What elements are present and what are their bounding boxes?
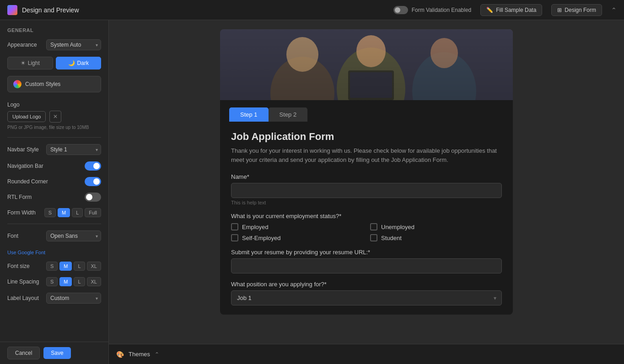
step-1-button[interactable]: Step 1 bbox=[229, 107, 269, 122]
form-title: Job Application Form bbox=[231, 131, 502, 143]
unemployed-label: Unemployed bbox=[381, 224, 414, 230]
form-width-l[interactable]: L bbox=[72, 208, 83, 217]
line-spacing-l[interactable]: L bbox=[74, 277, 85, 286]
form-width-full[interactable]: Full bbox=[85, 208, 101, 217]
form-steps: Step 1 Step 2 bbox=[220, 100, 513, 122]
logo-hint: PNG or JPG image, file size up to 10MB bbox=[7, 125, 101, 130]
rounded-corner-toggle[interactable] bbox=[85, 177, 101, 186]
topbar-actions: Form Validation Enabled ✏️ Fill Sample D… bbox=[393, 4, 617, 16]
form-validation-label: Form Validation Enabled bbox=[412, 7, 472, 13]
employment-option-employed: Employed bbox=[231, 223, 363, 230]
themes-chevron-icon[interactable]: ⌃ bbox=[155, 351, 159, 358]
employment-option-self-employed: Self-Employed bbox=[231, 234, 363, 241]
employment-section: What is your current employment status?*… bbox=[231, 213, 502, 241]
rtl-form-label: RTL Form bbox=[7, 194, 32, 200]
sidebar-footer: Cancel Save bbox=[0, 342, 108, 364]
themes-label[interactable]: Themes bbox=[129, 351, 150, 358]
student-label: Student bbox=[381, 235, 402, 241]
save-button[interactable]: Save bbox=[43, 347, 70, 359]
student-checkbox[interactable] bbox=[370, 234, 377, 241]
line-spacing-buttons: S M L XL bbox=[46, 277, 101, 286]
form-width-s[interactable]: S bbox=[44, 208, 56, 217]
upload-logo-button[interactable]: Upload Logo bbox=[7, 111, 46, 122]
dark-theme-button[interactable]: 🌙 Dark bbox=[56, 57, 102, 70]
unemployed-checkbox[interactable] bbox=[370, 223, 377, 230]
logo-label: Logo bbox=[7, 102, 20, 108]
themes-icon: 🎨 bbox=[116, 351, 124, 358]
custom-styles-icon bbox=[13, 80, 22, 88]
position-select[interactable]: Job 1 Job 2 Job 3 bbox=[231, 290, 502, 305]
main-layout: General Appearance System Auto Light Dar… bbox=[0, 20, 624, 364]
remove-logo-button[interactable]: ✕ bbox=[49, 111, 61, 123]
light-theme-button[interactable]: ☀ Light bbox=[7, 57, 53, 70]
logo-row: Logo bbox=[7, 102, 101, 108]
font-size-m[interactable]: M bbox=[59, 262, 72, 271]
resume-url-input[interactable] bbox=[231, 258, 502, 273]
resume-field-label: Submit your resume by providing your res… bbox=[231, 249, 502, 256]
navigation-bar-toggle[interactable] bbox=[85, 161, 101, 171]
position-dropdown-wrap: Job 1 Job 2 Job 3 bbox=[231, 290, 502, 305]
label-layout-select[interactable]: Custom Top Left bbox=[46, 293, 101, 304]
navbar-style-label: Navbar Style bbox=[7, 146, 39, 153]
rounded-corner-label: Rounded Corner bbox=[7, 178, 48, 185]
font-size-s[interactable]: S bbox=[46, 262, 58, 271]
employed-checkbox[interactable] bbox=[231, 223, 238, 230]
employment-options-grid: Employed Unemployed Self-Employed bbox=[231, 223, 502, 241]
step-2-button[interactable]: Step 2 bbox=[269, 107, 308, 122]
theme-buttons: ☀ Light 🌙 Dark bbox=[7, 57, 101, 70]
sun-icon: ☀ bbox=[21, 60, 26, 66]
topbar: Design and Preview Form Validation Enabl… bbox=[0, 0, 624, 20]
custom-styles-button[interactable]: Custom Styles bbox=[7, 76, 101, 92]
employment-option-unemployed: Unemployed bbox=[370, 223, 502, 230]
divider-1 bbox=[7, 137, 101, 138]
position-field-label: What position are you applying for?* bbox=[231, 281, 502, 288]
line-spacing-m[interactable]: M bbox=[59, 277, 72, 286]
navbar-style-row: Navbar Style Style 1 Style 2 bbox=[7, 144, 101, 155]
appearance-row: Appearance System Auto Light Dark bbox=[7, 39, 101, 50]
app-logo bbox=[7, 5, 17, 15]
form-validation-toggle-group: Form Validation Enabled bbox=[393, 6, 472, 14]
use-google-font-link[interactable]: Use Google Font bbox=[7, 250, 45, 255]
layout-icon: ⊞ bbox=[557, 7, 562, 13]
cancel-button[interactable]: Cancel bbox=[7, 347, 40, 359]
font-select[interactable]: Open Sans Roboto Arial bbox=[46, 230, 101, 241]
design-form-button[interactable]: ⊞ Design Form bbox=[551, 4, 602, 16]
self-employed-checkbox[interactable] bbox=[231, 234, 238, 241]
general-section-label: General bbox=[7, 27, 101, 33]
sidebar: General Appearance System Auto Light Dar… bbox=[0, 20, 109, 364]
line-spacing-s[interactable]: S bbox=[46, 277, 58, 286]
themes-bar: 🎨 Themes ⌃ bbox=[109, 344, 624, 364]
form-hero-image bbox=[220, 29, 513, 100]
navigation-bar-label: Navigation Bar bbox=[7, 163, 43, 169]
line-spacing-xl[interactable]: XL bbox=[87, 277, 101, 286]
font-size-buttons: S M L XL bbox=[46, 262, 101, 271]
appearance-select[interactable]: System Auto Light Dark bbox=[46, 39, 101, 50]
font-select-wrap: Open Sans Roboto Arial bbox=[46, 230, 101, 241]
divider-2 bbox=[7, 224, 101, 224]
logo-upload-row: Upload Logo ✕ bbox=[7, 111, 101, 123]
font-size-label: Font size bbox=[7, 263, 30, 269]
navigation-bar-row: Navigation Bar bbox=[7, 161, 101, 171]
form-width-m[interactable]: M bbox=[58, 208, 70, 217]
name-input[interactable] bbox=[231, 183, 502, 198]
topbar-chevron-icon[interactable]: ⌃ bbox=[611, 6, 617, 14]
name-field-label: Name* bbox=[231, 173, 502, 180]
employment-option-student: Student bbox=[370, 234, 502, 241]
self-employed-label: Self-Employed bbox=[242, 235, 281, 241]
employed-label: Employed bbox=[242, 224, 269, 230]
label-layout-select-wrap: Custom Top Left bbox=[46, 293, 101, 304]
label-layout-row: Label Layout Custom Top Left bbox=[7, 293, 101, 304]
hero-svg bbox=[220, 29, 513, 100]
form-width-row: Form Width S M L Full bbox=[7, 208, 101, 217]
navbar-style-select-wrap: Style 1 Style 2 bbox=[46, 144, 101, 155]
font-size-l[interactable]: L bbox=[74, 262, 85, 271]
form-width-label: Form Width bbox=[7, 209, 36, 216]
line-spacing-label: Line Spacing bbox=[7, 278, 39, 285]
fill-sample-data-button[interactable]: ✏️ Fill Sample Data bbox=[480, 4, 542, 16]
font-label: Font bbox=[7, 233, 18, 239]
form-validation-toggle[interactable] bbox=[393, 6, 408, 14]
rtl-form-toggle[interactable] bbox=[85, 193, 101, 202]
font-size-xl[interactable]: XL bbox=[87, 262, 101, 271]
name-help-text: This is help text bbox=[231, 200, 502, 205]
navbar-style-select[interactable]: Style 1 Style 2 bbox=[46, 144, 101, 155]
